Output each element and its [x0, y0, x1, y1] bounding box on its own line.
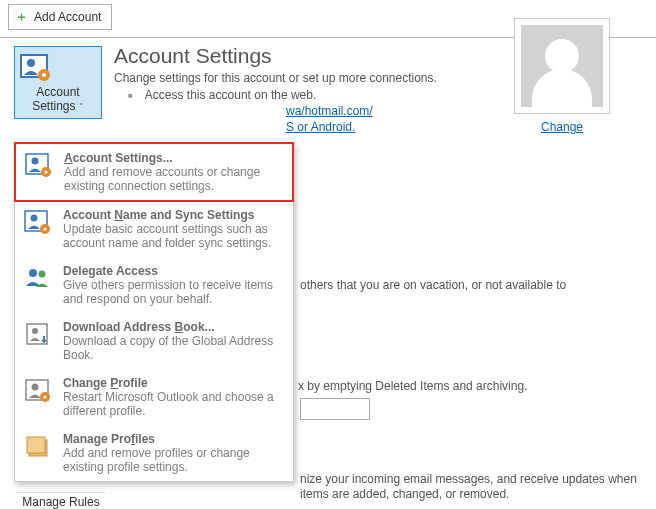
profile-icon	[23, 376, 53, 418]
hotmail-link[interactable]: wa/hotmail.com/	[286, 104, 373, 118]
menu-desc: Give others permission to receive items …	[63, 278, 283, 306]
menu-title: Account Settings...	[64, 151, 282, 165]
account-settings-menu: Account Settings... Add and remove accou…	[14, 142, 294, 482]
menu-title: Change Profile	[63, 376, 283, 390]
auto-replies-text-fragment: others that you are on vacation, or not …	[300, 278, 566, 292]
account-settings-icon	[24, 151, 54, 193]
svg-point-11	[43, 227, 46, 230]
avatar-placeholder-icon	[521, 25, 603, 107]
add-account-button[interactable]: ＋ Add Account	[8, 4, 112, 30]
menu-title: Account Name and Sync Settings	[63, 208, 283, 222]
svg-point-17	[32, 384, 39, 391]
menu-item-name-sync[interactable]: Account Name and Sync Settings Update ba…	[15, 201, 293, 257]
svg-point-5	[32, 158, 39, 165]
menu-item-change-profile[interactable]: Change Profile Restart Microsoft Outlook…	[15, 369, 293, 425]
menu-desc: Add and remove profiles or change existi…	[63, 446, 283, 474]
delegate-icon	[23, 264, 53, 306]
menu-desc: Restart Microsoft Outlook and choose a d…	[63, 390, 283, 418]
mailbox-input[interactable]	[300, 398, 370, 420]
svg-point-7	[44, 170, 47, 173]
svg-point-9	[31, 215, 38, 222]
account-settings-label-1: Account	[19, 85, 97, 99]
menu-desc: Add and remove accounts or change existi…	[64, 165, 282, 193]
menu-desc: Download a copy of the Global Address Bo…	[63, 334, 283, 362]
bullet-icon: ■	[114, 88, 137, 100]
sync-settings-icon	[23, 208, 53, 250]
menu-title: Delegate Access	[63, 264, 283, 278]
svg-point-19	[43, 395, 46, 398]
change-avatar-link[interactable]: Change	[541, 120, 583, 134]
account-settings-dropdown-button[interactable]: Account Settings ˅	[14, 46, 102, 119]
menu-title: Manage Profiles	[63, 432, 283, 446]
menu-title: Download Address Book...	[63, 320, 283, 334]
account-settings-label-2: Settings	[32, 99, 75, 113]
svg-point-13	[39, 271, 46, 278]
svg-point-1	[27, 59, 35, 67]
svg-rect-21	[27, 437, 45, 453]
svg-point-3	[42, 73, 46, 77]
avatar-frame	[514, 18, 610, 114]
menu-desc: Update basic account settings such as ac…	[63, 222, 283, 250]
svg-point-12	[29, 269, 37, 277]
add-account-label: Add Account	[34, 10, 101, 24]
menu-item-download-address-book[interactable]: Download Address Book... Download a copy…	[15, 313, 293, 369]
address-book-icon	[23, 320, 53, 362]
menu-item-manage-profiles[interactable]: Manage Profiles Add and remove profiles …	[15, 425, 293, 481]
menu-item-delegate-access[interactable]: Delegate Access Give others permission t…	[15, 257, 293, 313]
account-settings-icon	[19, 53, 97, 83]
manage-profiles-icon	[23, 432, 53, 474]
menu-item-account-settings[interactable]: Account Settings... Add and remove accou…	[14, 142, 294, 202]
chevron-down-icon: ˅	[79, 102, 84, 112]
ios-android-link[interactable]: S or Android.	[286, 120, 355, 134]
mailbox-text-fragment: x by emptying Deleted Items and archivin…	[298, 379, 527, 393]
svg-point-15	[32, 328, 38, 334]
rules-text-fragment: nize your incoming email messages, and r…	[300, 472, 640, 502]
manage-rules-button[interactable]: Manage Rules & Alerts	[17, 492, 105, 509]
plus-icon: ＋	[15, 8, 28, 26]
